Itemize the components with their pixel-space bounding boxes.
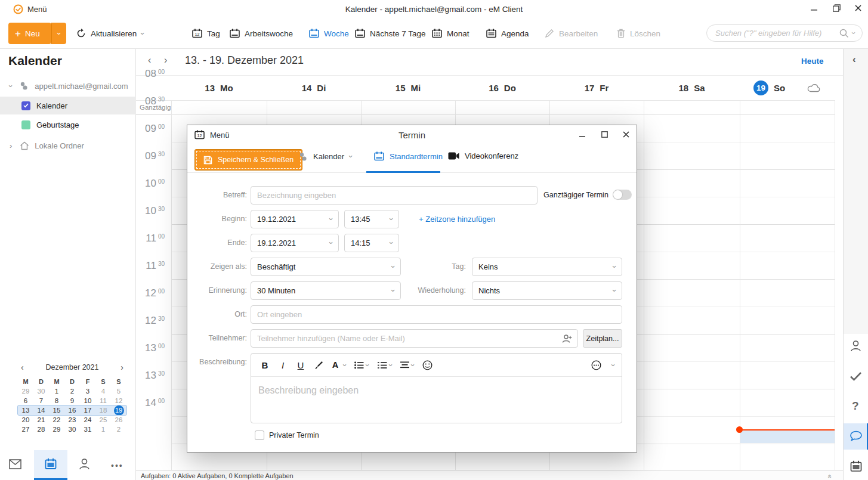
contacts-module-icon[interactable] [79,458,90,470]
contacts-panel-icon[interactable] [850,340,861,352]
tasks-panel-icon[interactable] [850,371,862,381]
format-painter-icon[interactable] [314,361,323,370]
mini-cal-day[interactable]: 30 [33,386,49,396]
betreff-input[interactable] [251,186,538,205]
mini-cal-day[interactable]: 7 [33,396,49,405]
view-arbeitswoche-button[interactable]: Arbeitswoche [230,29,293,38]
search-box[interactable]: › [706,24,863,42]
mini-cal-day[interactable]: 22 [49,415,64,425]
mini-cal-day[interactable]: 29 [49,425,64,434]
save-close-button[interactable]: Speichern & Schließen [194,149,302,171]
zeigen-als-select[interactable]: Beschäftigt› [251,258,401,276]
day-header-do[interactable]: 16Do [455,76,549,100]
mini-cal-day[interactable]: 3 [80,386,95,396]
calendar-panel-icon[interactable] [850,460,862,472]
chat-panel-icon[interactable] [850,431,863,441]
mini-cal-day[interactable]: 20 [18,415,33,425]
bold-button[interactable]: B [257,360,273,370]
chevron-right-icon[interactable]: › [10,141,12,150]
day-header-so-today[interactable]: 19 So [740,76,835,100]
mini-cal-day[interactable]: 17 [80,405,95,415]
collapse-statusbar-icon[interactable]: « [826,475,834,479]
mini-cal-day[interactable]: 28 [33,425,49,434]
day-header-mo[interactable]: 13Mo [171,76,267,100]
mini-cal-day[interactable]: 6 [18,396,33,405]
add-attendee-icon[interactable] [562,334,572,343]
chevron-down-icon[interactable]: › [609,364,617,366]
next-week-button[interactable]: › [164,55,167,66]
dialog-close-icon[interactable] [623,131,629,138]
mini-cal-day[interactable]: 18 [95,405,111,415]
add-timezone-link[interactable]: + Zeitzone hinzufügen [419,215,495,224]
teilnehmer-input[interactable] [251,329,578,348]
new-button[interactable]: + Neu [8,23,51,44]
allday-toggle[interactable] [613,190,632,200]
sidebar-item-geburtstage[interactable]: Geburtstage [0,116,136,134]
mini-cal-day[interactable]: 10 [80,396,95,405]
beginn-time-select[interactable]: 13:45› [344,210,399,228]
mini-cal-day[interactable]: 16 [64,405,80,415]
tag-select[interactable]: Keins› [472,258,622,276]
mini-cal-day[interactable]: 1 [49,386,64,396]
mini-cal-day[interactable]: 11 [95,396,111,405]
tab-standardtermin[interactable]: Standardtermin [374,151,443,161]
calendar-module-icon[interactable] [45,458,57,470]
numbered-list-icon[interactable] [378,361,387,369]
font-color-button[interactable]: A [329,360,341,370]
view-tag-button[interactable]: 12 Tag [192,29,220,38]
view-woche-button[interactable]: Woche [309,29,349,38]
emoji-icon[interactable] [422,360,433,370]
zeitplan-button[interactable]: Zeitplan... [583,329,622,348]
day-header-di[interactable]: 14Di [267,76,361,100]
ende-time-select[interactable]: 14:15› [344,234,399,252]
restore-icon[interactable] [833,4,841,12]
mini-cal-day[interactable]: 13 [18,405,33,415]
sidebar-item-kalender[interactable]: Kalender [0,97,136,114]
view-naechste7tage-button[interactable]: Nächste 7 Tage [355,29,426,38]
mini-cal-day[interactable]: 15 [49,405,64,415]
calendar-checkbox[interactable] [21,101,30,110]
delete-button[interactable]: Löschen [617,29,660,38]
mini-cal-day[interactable]: 8 [49,396,64,405]
new-dropdown-button[interactable]: › [52,23,66,44]
tab-videokonferenz[interactable]: Videokonferenz [448,151,518,160]
more-options-icon[interactable] [591,360,601,370]
view-agenda-button[interactable]: Agenda [486,29,529,38]
mini-cal-day[interactable]: 2 [111,425,126,434]
mini-cal-day[interactable]: 26 [111,415,126,425]
beschreibung-editor[interactable]: B I U A › › › [251,353,622,423]
mini-cal-day[interactable]: 29 [18,386,33,396]
help-panel-icon[interactable]: ? [852,400,859,413]
private-checkbox[interactable] [255,431,264,440]
mini-cal-prev-button[interactable]: ‹ [21,363,24,372]
chevron-down-icon[interactable]: › [7,85,15,87]
mini-cal-day[interactable]: 14 [33,405,49,415]
mini-cal-today[interactable]: 19 [114,405,124,416]
sidebar-item-lokale-ordner[interactable]: › Lokale Ordner [0,137,136,154]
mini-cal-day[interactable]: 25 [95,415,111,425]
ort-input[interactable] [251,305,622,324]
chevron-down-icon[interactable]: › [341,364,349,366]
weather-cloud-icon[interactable] [807,83,821,92]
dialog-maximize-icon[interactable] [601,131,608,138]
beginn-date-select[interactable]: 19.12.2021› [251,210,339,228]
dialog-minimize-icon[interactable] [579,134,586,138]
mini-cal-day[interactable]: 1 [95,425,111,434]
mini-cal-day[interactable]: 21 [33,415,49,425]
beschreibung-placeholder[interactable]: Beschreibung eingeben [251,377,622,404]
private-termin-row[interactable]: Privater Termin [255,431,319,440]
mini-cal-day[interactable]: 4 [95,386,111,396]
day-header-mi[interactable]: 15Mi [361,76,455,100]
view-monat-button[interactable]: Monat [432,29,469,38]
edit-button[interactable]: Bearbeiten [545,29,598,38]
mini-cal-day[interactable]: 9 [64,396,80,405]
more-modules-icon[interactable]: ••• [111,461,123,470]
collapse-rail-icon[interactable]: ‹ [852,54,856,66]
mail-module-icon[interactable] [9,459,21,469]
minimize-icon[interactable] [811,7,818,13]
search-input[interactable] [714,28,839,38]
italic-button[interactable]: I [275,360,291,370]
today-button[interactable]: Heute [801,57,824,66]
mini-cal-day[interactable]: 30 [64,425,80,434]
wiederholung-select[interactable]: Nichts› [472,281,622,300]
